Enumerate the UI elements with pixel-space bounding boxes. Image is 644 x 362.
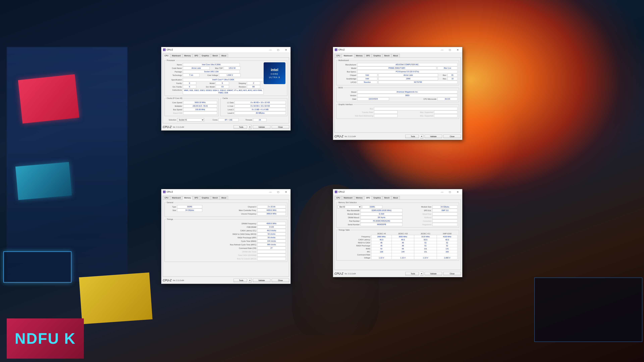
slot-select[interactable]: Slot #2: [338, 205, 361, 209]
minimize-button[interactable]: —: [438, 189, 446, 195]
close-button[interactable]: ✕: [454, 47, 462, 52]
tab-graphics[interactable]: Graphics: [372, 54, 383, 58]
tab-bar: CPU Mainboard Memory SPD Graphics Bench …: [333, 53, 462, 57]
tab-cpu[interactable]: CPU: [334, 54, 342, 58]
validate-button[interactable]: Validate: [253, 125, 270, 129]
validate-button[interactable]: Validate: [253, 279, 270, 282]
tools-button[interactable]: Tools: [234, 125, 247, 129]
label-core-speed: Core Speed: [166, 102, 183, 104]
titlebar[interactable]: CPU-Z — ▢ ✕: [161, 189, 290, 195]
value-l2: 8 x 3 MB + 4 x 4 MB: [234, 108, 286, 111]
tab-about[interactable]: About: [220, 196, 228, 200]
tab-memory[interactable]: Memory: [354, 54, 364, 58]
tools-button[interactable]: Tools: [234, 279, 247, 282]
tools-dropdown-icon[interactable]: ▼: [248, 125, 252, 129]
value-chipset-vendor: Intel: [357, 73, 377, 77]
label-lpcio: LPCIO: [338, 81, 357, 83]
maximize-button[interactable]: ▢: [274, 189, 282, 195]
footer-logo: CPU-Z: [334, 272, 343, 276]
close-button[interactable]: ✕: [282, 189, 290, 195]
label-rated-fsb: Rated FSB: [166, 112, 183, 114]
footer-version: Ver. 2.11.0.x64: [345, 273, 356, 275]
tab-graphics[interactable]: Graphics: [200, 54, 211, 58]
tab-mainboard[interactable]: Mainboard: [170, 54, 182, 58]
value-rtc: [257, 257, 286, 260]
app-icon: [163, 48, 166, 51]
tools-button[interactable]: Tools: [405, 135, 419, 138]
label-max-supported-2: Max. Supported: [398, 115, 434, 117]
tab-graphics[interactable]: Graphics: [200, 196, 211, 200]
tab-bench[interactable]: Bench: [211, 196, 220, 200]
value-cores: 8P + 16E: [218, 118, 239, 121]
tab-memory[interactable]: Memory: [182, 54, 193, 58]
label-manufacturer: Manufacturer: [338, 64, 357, 66]
label-serial-number: Serial Number: [338, 224, 360, 226]
value-core-voltage: 1.696 V: [219, 73, 240, 77]
value-tcas: [257, 254, 286, 257]
validate-button[interactable]: Validate: [425, 135, 442, 138]
tab-memory[interactable]: Memory: [182, 196, 193, 200]
close-button[interactable]: ✕: [454, 189, 462, 195]
label-multiplier: Multiplier: [166, 105, 183, 107]
close-button[interactable]: ✕: [282, 47, 290, 52]
minimize-button[interactable]: —: [438, 47, 446, 52]
value-ext-family: 6: [183, 85, 196, 88]
maximize-button[interactable]: ▢: [446, 189, 454, 195]
footer-version: Ver. 2.11.0.x64: [345, 136, 356, 137]
tab-mainboard[interactable]: Mainboard: [342, 196, 354, 200]
label-threads: Threads: [239, 119, 253, 121]
maximize-button[interactable]: ▢: [274, 47, 282, 52]
socket-select[interactable]: Socket #1: [177, 118, 204, 121]
tab-about[interactable]: About: [391, 196, 400, 200]
close-footer-button[interactable]: Close: [444, 272, 461, 275]
close-footer-button[interactable]: Close: [272, 125, 289, 129]
tools-button[interactable]: Tools: [405, 272, 419, 275]
tab-mainboard[interactable]: Mainboard: [342, 54, 354, 58]
value-model-rev: Rev 1.xx: [438, 66, 458, 70]
tab-mainboard[interactable]: Mainboard: [170, 196, 182, 200]
value-manufacturer: ASUSTeK COMPUTER INC.: [357, 63, 458, 66]
tab-spd[interactable]: SPD: [364, 196, 372, 200]
label-chipset: Chipset: [338, 74, 357, 76]
tab-spd[interactable]: SPD: [364, 54, 372, 58]
value-l1-inst: 8 x 64 KB + 16 x 64 KB: [234, 104, 286, 108]
tab-spd[interactable]: SPD: [192, 54, 200, 58]
tab-cpu[interactable]: CPU: [163, 54, 170, 58]
value-l3: 36 MBytes: [234, 111, 286, 115]
value-codename: Arrow Lake: [183, 66, 210, 70]
tab-graphics[interactable]: Graphics: [372, 196, 383, 200]
tools-dropdown-icon[interactable]: ▼: [248, 278, 252, 282]
tools-dropdown-icon[interactable]: ▼: [420, 134, 423, 138]
close-footer-button[interactable]: Close: [272, 279, 289, 282]
tab-bench[interactable]: Bench: [211, 54, 220, 58]
label-model: Model: [196, 82, 216, 84]
maximize-button[interactable]: ▢: [446, 47, 454, 52]
validate-button[interactable]: Validate: [425, 272, 442, 275]
label-week-year: Week/Year: [402, 213, 432, 215]
tab-memory[interactable]: Memory: [354, 196, 364, 200]
titlebar[interactable]: CPU-Z — ▢ ✕: [333, 47, 462, 53]
minimize-button[interactable]: —: [267, 189, 274, 195]
minimize-button[interactable]: —: [267, 47, 274, 52]
table-row: Voltage1.10 V1.10 V1.10 V1.400 V: [338, 256, 458, 259]
label-tdp: Max TDP: [210, 67, 224, 69]
cpuz-window-spd: CPU-Z — ▢ ✕ CPU Mainboard Memory SPD Gra…: [333, 189, 462, 277]
label-mem-size: Size: [166, 209, 177, 211]
close-footer-button[interactable]: Close: [444, 135, 461, 138]
value-idle: [257, 250, 286, 253]
titlebar[interactable]: CPU-Z — ▢ ✕: [333, 189, 462, 195]
value-spec: Intel® Core™ Ultra 9 285K: [183, 78, 264, 81]
tab-bench[interactable]: Bench: [382, 196, 392, 200]
tab-cpu[interactable]: CPU: [334, 196, 342, 200]
label-gi-bus: Bus: [338, 108, 374, 110]
titlebar[interactable]: CPU-Z — ▢ ✕: [161, 47, 290, 53]
tab-cpu[interactable]: CPU: [163, 196, 170, 200]
tools-dropdown-icon[interactable]: ▼: [420, 272, 423, 276]
app-icon: [335, 48, 338, 51]
tab-about[interactable]: About: [220, 54, 228, 58]
label-registered: Registered: [402, 224, 432, 226]
tab-spd[interactable]: SPD: [192, 196, 200, 200]
tab-about[interactable]: About: [391, 54, 400, 58]
tab-bench[interactable]: Bench: [382, 54, 392, 58]
value-name: Intel Core Ultra 9 285K: [183, 63, 240, 66]
